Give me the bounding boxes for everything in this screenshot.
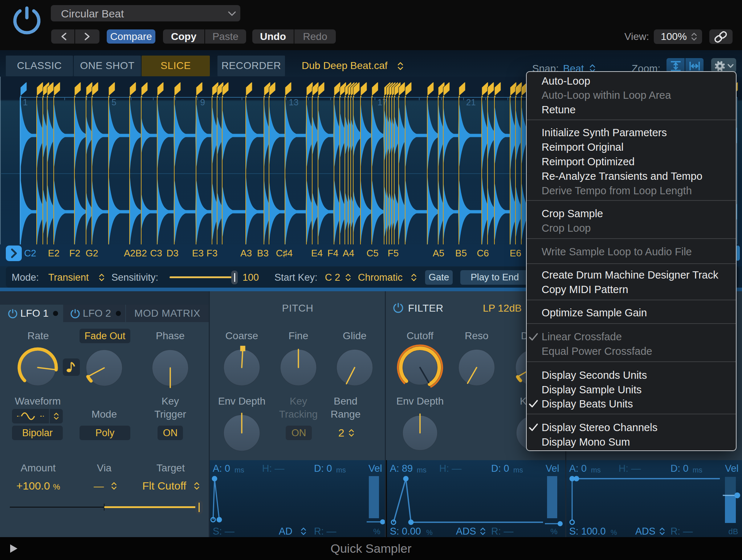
svg-text:5: 5 <box>111 97 116 107</box>
svg-text:21: 21 <box>466 97 476 107</box>
svg-text:9: 9 <box>200 97 205 107</box>
svg-text:1: 1 <box>23 97 28 107</box>
svg-text:17: 17 <box>378 97 387 107</box>
svg-text:13: 13 <box>289 97 299 107</box>
